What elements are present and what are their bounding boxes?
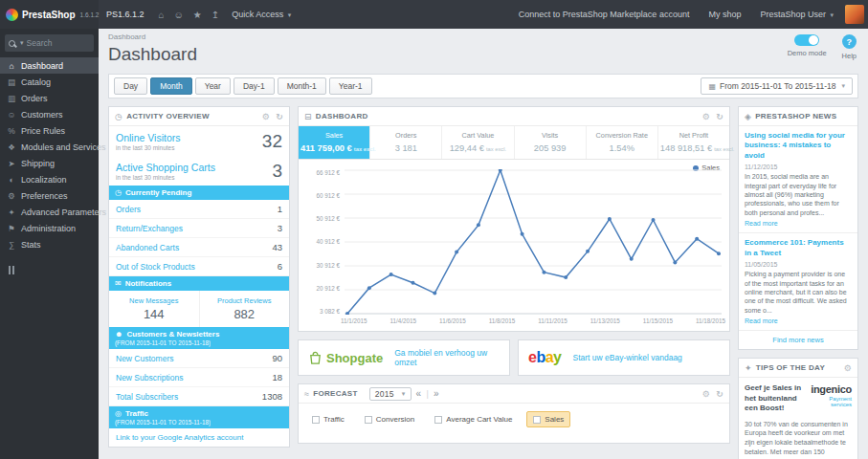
search-input[interactable] bbox=[27, 38, 82, 48]
data-point bbox=[673, 260, 677, 264]
read-more-link[interactable]: Read more bbox=[745, 317, 778, 324]
stat-tab-orders[interactable]: Orders 3 181 bbox=[369, 126, 441, 159]
previous-year-button[interactable]: « bbox=[416, 388, 422, 399]
tips-panel-title: TIPS OF THE DAY bbox=[756, 363, 825, 372]
news-headline-link[interactable]: Using social media for your business: 4 … bbox=[745, 131, 852, 161]
customers-newsletters-title: Customers & Newsletters bbox=[126, 330, 219, 339]
range-button-day-1[interactable]: Day-1 bbox=[234, 77, 275, 95]
forecast-year-select[interactable]: 2015 ▾ bbox=[369, 387, 412, 401]
stat-tab-net-profit[interactable]: Net Profit 148 918,51 €tax excl. bbox=[657, 126, 729, 159]
stat-label: Orders bbox=[372, 131, 439, 140]
stat-tab-cart-value[interactable]: Cart Value 129,44 €tax excl. bbox=[441, 126, 513, 159]
gear-icon[interactable]: ⚙ bbox=[702, 389, 710, 399]
stat-value-wrap: 148 918,51 €tax excl. bbox=[660, 143, 727, 153]
sidebar-item-stats[interactable]: ∑ Stats bbox=[0, 236, 99, 252]
export-icon[interactable]: ↥ bbox=[211, 10, 219, 20]
forecast-legend-sales[interactable]: Sales bbox=[526, 411, 570, 427]
new-messages-label: New Messages bbox=[129, 296, 178, 305]
help-label: Help bbox=[842, 52, 857, 60]
gear-icon[interactable]: ⚙ bbox=[844, 363, 852, 373]
stat-value-wrap: 411 759,00 €tax excl. bbox=[300, 143, 367, 153]
orders-link[interactable]: Orders bbox=[116, 205, 141, 214]
data-point bbox=[608, 217, 612, 221]
range-button-year-1[interactable]: Year-1 bbox=[329, 77, 372, 95]
y-tick-label: 40 912 € bbox=[316, 238, 340, 245]
sidebar-collapse-button[interactable] bbox=[9, 266, 14, 274]
marketplace-link[interactable]: Connect to PrestaShop Marketplace accoun… bbox=[519, 10, 690, 19]
sidebar-item-advanced-parameters[interactable]: ✦ Advanced Parameters bbox=[0, 204, 99, 220]
active-carts-link[interactable]: Active Shopping Carts bbox=[116, 162, 215, 173]
forecast-legend-conversion[interactable]: Conversion bbox=[359, 412, 420, 426]
currently-pending-title: Currently Pending bbox=[125, 188, 191, 197]
user-menu[interactable]: PrestaShop User ▾ bbox=[760, 10, 834, 19]
forecast-legend-average-cart-value[interactable]: Average Cart Value bbox=[429, 412, 518, 426]
refresh-icon[interactable]: ↻ bbox=[716, 112, 723, 121]
date-range-picker[interactable]: ▦ From 2015-11-01 To 2015-11-18 ▾ bbox=[701, 77, 853, 95]
sidebar-item-shipping[interactable]: ➤ Shipping bbox=[0, 155, 99, 171]
stat-tab-visits[interactable]: Visits 205 939 bbox=[514, 126, 586, 159]
ebay-link[interactable]: Start uw eBay-winkel vandaag bbox=[573, 353, 682, 362]
news-date: 11/05/2015 bbox=[745, 261, 852, 268]
main-content: Dashboard Dashboard Demo mode ? Help Day… bbox=[99, 29, 868, 459]
refresh-icon[interactable]: ↻ bbox=[276, 112, 283, 121]
middle-column: ⊟ DASHBOARD ⚙ ↻ Sales 411 759,00 €tax ex… bbox=[298, 106, 730, 444]
gear-icon[interactable]: ⚙ bbox=[262, 112, 270, 121]
person-icon[interactable]: ☺ bbox=[174, 10, 184, 20]
refresh-icon[interactable]: ↻ bbox=[716, 389, 723, 399]
search-icon bbox=[9, 40, 15, 47]
read-more-link[interactable]: Read more bbox=[745, 220, 778, 227]
sidebar-item-label: Advanced Parameters bbox=[21, 208, 106, 217]
prestashop-logo[interactable]: PrestaShop 1.6.1.2 bbox=[0, 0, 99, 29]
gear-icon[interactable]: ⚙ bbox=[702, 112, 710, 121]
new-messages-cell[interactable]: New Messages 144 bbox=[109, 291, 199, 327]
forecast-legend-traffic[interactable]: Traffic bbox=[306, 412, 350, 426]
range-button-month-1[interactable]: Month-1 bbox=[278, 77, 326, 95]
sidebar-item-price-rules[interactable]: % Price Rules bbox=[0, 122, 99, 139]
sidebar-item-customers[interactable]: ☺ Customers bbox=[0, 106, 99, 122]
my-shop-link[interactable]: My shop bbox=[708, 10, 741, 19]
catalog-icon: ▤ bbox=[7, 77, 16, 87]
shopgate-link[interactable]: Ga mobiel en verhoog uw omzet bbox=[394, 348, 500, 367]
google-analytics-link[interactable]: Link to your Google Analytics account bbox=[109, 428, 289, 447]
abandoned-carts-link[interactable]: Abandoned Carts bbox=[116, 243, 179, 252]
prestashop-logo-icon bbox=[6, 9, 18, 21]
sidebar-item-modules[interactable]: ❖ Modules and Services bbox=[0, 139, 99, 155]
sidebar-item-catalog[interactable]: ▤ Catalog bbox=[0, 74, 99, 90]
total-subscribers-link[interactable]: Total Subscribers bbox=[116, 392, 178, 402]
new-subscriptions-link[interactable]: New Subscriptions bbox=[116, 373, 183, 382]
stat-tab-conversion-rate[interactable]: Conversion Rate 1.54% bbox=[586, 126, 657, 159]
star-icon[interactable]: ★ bbox=[193, 10, 202, 20]
sidebar-search[interactable]: ▾ bbox=[5, 34, 94, 52]
news-headline-link[interactable]: Ecommerce 101: Payments in a Tweet bbox=[745, 238, 852, 258]
ingenico-brand-sub: Payment services bbox=[807, 396, 852, 407]
out-of-stock-link[interactable]: Out of Stock Products bbox=[116, 262, 195, 272]
range-button-month[interactable]: Month bbox=[150, 77, 192, 95]
globe-icon: ◎ bbox=[115, 409, 122, 418]
next-year-button[interactable]: » bbox=[434, 388, 439, 399]
range-button-day[interactable]: Day bbox=[114, 77, 147, 95]
sidebar-item-administration[interactable]: ⚑ Administration bbox=[0, 220, 99, 236]
demo-mode-toggle[interactable] bbox=[794, 34, 819, 46]
returns-link[interactable]: Return/Exchanges bbox=[116, 224, 183, 233]
product-reviews-cell[interactable]: Product Reviews 882 bbox=[199, 291, 290, 327]
currently-pending-header: ◷ Currently Pending bbox=[109, 186, 289, 200]
activity-row-new-subscriptions: New Subscriptions 18 bbox=[109, 368, 289, 387]
avatar[interactable] bbox=[845, 5, 864, 24]
breadcrumb[interactable]: Dashboard bbox=[108, 33, 197, 41]
panel-tools: ⚙ ↻ bbox=[262, 112, 283, 121]
new-customers-link[interactable]: New Customers bbox=[116, 354, 173, 363]
quick-access-menu[interactable]: Quick Access ▾ bbox=[232, 10, 291, 19]
sidebar-item-preferences[interactable]: ⚙ Preferences bbox=[0, 187, 99, 204]
activity-icon: ◷ bbox=[115, 112, 122, 121]
stat-value-wrap: 1.54% bbox=[589, 143, 656, 153]
sidebar-item-orders[interactable]: ▥ Orders bbox=[0, 90, 99, 106]
online-visitors-link[interactable]: Online Visitors bbox=[116, 132, 181, 143]
sidebar-item-dashboard[interactable]: ⌂ Dashboard bbox=[0, 57, 99, 74]
stat-tab-sales[interactable]: Sales 411 759,00 €tax excl. bbox=[299, 126, 369, 159]
find-more-news-link[interactable]: Find more news bbox=[739, 330, 857, 349]
range-button-year[interactable]: Year bbox=[195, 77, 231, 95]
data-point bbox=[411, 281, 414, 285]
help-icon[interactable]: ? bbox=[842, 34, 857, 49]
shop-icon[interactable]: ⌂ bbox=[159, 10, 165, 20]
sidebar-item-localization[interactable]: ◐ Localization bbox=[0, 171, 99, 187]
